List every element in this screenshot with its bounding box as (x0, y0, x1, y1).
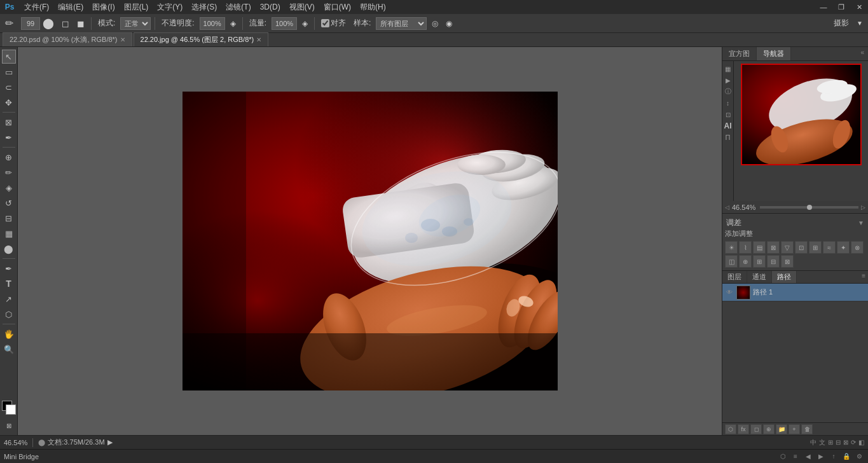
adj-curves[interactable]: ⌇ (739, 241, 752, 254)
menu-filter[interactable]: 滤镜(T) (222, 1, 254, 14)
adjustments-header[interactable]: 调差 ▼ (725, 216, 865, 229)
panel-collapse-btn[interactable]: « (857, 47, 868, 60)
opacity-input[interactable] (200, 17, 225, 30)
status-arrow[interactable]: ▶ (107, 438, 113, 446)
adj-gradientmap[interactable]: ⊠ (781, 255, 794, 268)
layer-delete-btn[interactable]: 🗑 (801, 424, 813, 434)
nav-tool-7[interactable]: Π (723, 132, 733, 142)
menu-view[interactable]: 视图(V) (286, 1, 319, 14)
tool-pen[interactable]: ✒ (2, 261, 16, 275)
tool-dodge[interactable]: ⬤ (2, 242, 16, 256)
align-checkbox-container[interactable]: 对齐 (319, 17, 348, 30)
minibridge-icon-3[interactable]: ◀ (803, 452, 813, 462)
adj-colorlookup[interactable]: ◫ (725, 255, 738, 268)
tab-channels[interactable]: 通道 (747, 271, 772, 283)
menu-select[interactable]: 选择(S) (188, 1, 221, 14)
mode-select[interactable]: 正常 (120, 17, 151, 30)
minibridge-icon-5[interactable]: ↑ (829, 452, 839, 462)
background-color[interactable] (6, 404, 16, 415)
adj-channelmixer[interactable]: ⊗ (851, 241, 864, 254)
tab-histogram[interactable]: 宜方图 (722, 47, 757, 60)
tool-path-select[interactable]: ↗ (2, 292, 16, 306)
menu-3d[interactable]: 3D(D) (256, 1, 284, 13)
minibridge-icon-6[interactable]: 🔒 (841, 452, 851, 462)
status-icon-5[interactable]: ⊠ (843, 439, 848, 446)
nav-tool-4[interactable]: ↕ (723, 98, 733, 108)
adj-colorbalance[interactable]: ⊞ (809, 241, 822, 254)
tool-crop[interactable]: ⊠ (2, 115, 16, 129)
adj-levels[interactable]: ▤ (753, 241, 766, 254)
nav-tool-6[interactable]: AI (723, 121, 733, 131)
status-icon-4[interactable]: ⊟ (836, 439, 841, 446)
tab-psd-close[interactable]: ✕ (120, 36, 125, 43)
menu-edit[interactable]: 编辑(E) (54, 1, 87, 14)
tab-layers[interactable]: 图层 (722, 271, 747, 283)
status-icon-3[interactable]: ⊞ (828, 439, 833, 446)
adjustments-collapse-icon[interactable]: ▼ (858, 219, 864, 226)
canvas-area[interactable] (18, 47, 722, 435)
menu-window[interactable]: 窗口(W) (320, 1, 355, 14)
color-picker[interactable] (2, 401, 16, 415)
minimize-button[interactable]: — (815, 0, 832, 14)
tool-gradient[interactable]: ▦ (2, 226, 16, 240)
layer-link-btn[interactable]: ⬡ (725, 424, 736, 434)
erase-icon[interactable]: ◉ (443, 18, 455, 29)
tool-text[interactable]: T (2, 277, 16, 291)
adj-vibrance[interactable]: ▽ (781, 241, 794, 254)
brush-alt-btn[interactable]: ◼ (74, 17, 87, 30)
adj-photofilter[interactable]: ✦ (837, 241, 850, 254)
adj-hsl[interactable]: ⊡ (795, 241, 808, 254)
adj-invert[interactable]: ⊕ (739, 255, 752, 268)
tab-jpg-close[interactable]: ✕ (256, 36, 261, 43)
layer-new-btn[interactable]: + (789, 424, 800, 434)
layers-panel-menu[interactable]: ≡ (859, 271, 868, 283)
nav-tool-5[interactable]: ⊡ (723, 109, 733, 120)
close-button[interactable]: ✕ (850, 0, 868, 14)
align-checkbox[interactable] (321, 19, 329, 27)
menu-image[interactable]: 图像(I) (88, 1, 118, 14)
brush-size-field[interactable] (21, 17, 40, 30)
tool-eyedropper[interactable]: ✒ (2, 130, 16, 144)
nav-tool-3[interactable]: ⓘ (723, 86, 733, 97)
minibridge-icon-1[interactable]: ⬡ (778, 452, 788, 462)
tab-jpg[interactable]: 22.20.jpg @ 46.5% (图层 2, RGB/8*) ✕ (134, 32, 269, 46)
minibridge-icon-7[interactable]: ⚙ (854, 452, 864, 462)
tool-clone[interactable]: ◈ (2, 181, 16, 195)
tool-marquee[interactable]: ▭ (2, 65, 16, 79)
layer-group-btn[interactable]: 📁 (776, 424, 787, 434)
status-icon-6[interactable]: ⟳ (851, 439, 856, 446)
menu-help[interactable]: 帮助(H) (356, 1, 390, 14)
adj-brightness[interactable]: ☀ (725, 241, 738, 254)
tool-move[interactable]: ↖ (2, 50, 16, 64)
menu-file[interactable]: 文件(F) (20, 1, 53, 14)
zoom-slider[interactable] (760, 206, 858, 209)
tool-zoom[interactable]: 🔍 (2, 342, 16, 356)
adj-exposure[interactable]: ⊠ (767, 241, 780, 254)
minibridge-icon-4[interactable]: ▶ (816, 452, 826, 462)
path-item-1[interactable]: 👁 路径 1 (722, 284, 868, 301)
zoom-min-btn[interactable]: ◁ (725, 204, 729, 211)
tool-brush[interactable]: ✏ (2, 165, 16, 179)
tab-navigator[interactable]: 导航器 (757, 47, 791, 60)
brush-tool-icon[interactable]: ✏ (3, 16, 16, 31)
tool-heal[interactable]: ⊕ (2, 150, 16, 164)
maximize-button[interactable]: ❐ (832, 0, 850, 14)
layer-fx-btn[interactable]: fx (738, 424, 749, 434)
tool-shape[interactable]: ⬡ (2, 307, 16, 321)
flow-input[interactable] (272, 17, 297, 30)
tool-history[interactable]: ↺ (2, 196, 16, 210)
adj-bw[interactable]: ≈ (823, 241, 836, 254)
tool-lasso[interactable]: ⊂ (2, 80, 16, 94)
camera-expand[interactable]: ▼ (854, 18, 865, 28)
sample-select[interactable]: 所有图层 (376, 17, 427, 30)
tool-eraser[interactable]: ⊟ (2, 211, 16, 225)
status-icon-7[interactable]: ◧ (858, 439, 864, 446)
tool-hand[interactable]: 🖐 (2, 327, 16, 341)
layer-mask-btn[interactable]: ◻ (750, 424, 762, 434)
tool-quick-mask[interactable]: ⊠ (2, 418, 16, 432)
nav-tool-1[interactable]: ▦ (723, 64, 733, 74)
minibridge-icon-2[interactable]: ≡ (790, 452, 801, 462)
adj-threshold[interactable]: ⊟ (767, 255, 780, 268)
tool-magic-wand[interactable]: ✥ (2, 95, 16, 109)
menu-text[interactable]: 文字(Y) (153, 1, 186, 14)
